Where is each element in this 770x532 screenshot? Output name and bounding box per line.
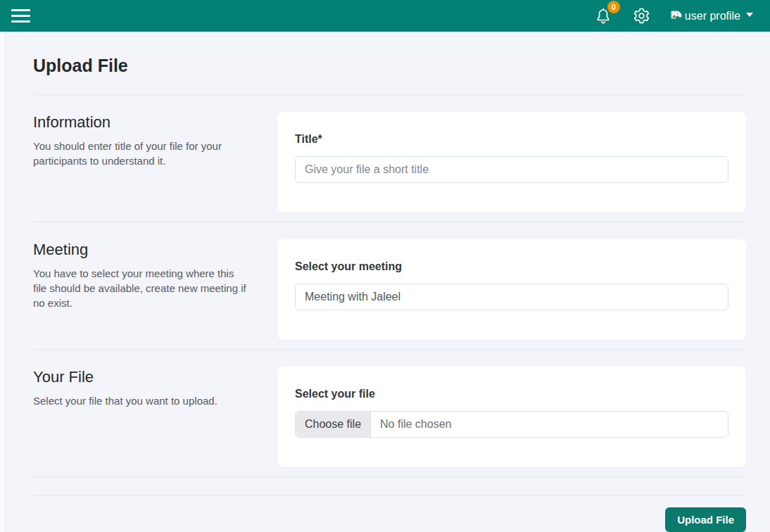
page-title: Upload File bbox=[33, 56, 746, 76]
section-description-meeting: You have to select your meeting where th… bbox=[33, 266, 249, 310]
top-navbar: 0 user profile bbox=[0, 0, 770, 32]
meeting-select-value: Meeting with Jaleel bbox=[305, 291, 400, 303]
meeting-section: Meeting You have to select your meeting … bbox=[33, 222, 746, 349]
menu-toggle-button[interactable] bbox=[10, 6, 32, 25]
settings-button[interactable] bbox=[631, 6, 652, 26]
section-heading-information: Information bbox=[33, 113, 249, 132]
notification-badge: 0 bbox=[607, 1, 620, 13]
app-root: 0 user profile Upload Fi bbox=[0, 0, 770, 532]
upload-file-page: Upload File Information You should enter… bbox=[6, 32, 770, 532]
broken-image-icon bbox=[670, 10, 683, 23]
form-footer: Upload File bbox=[33, 495, 746, 532]
user-profile-label: user profile bbox=[685, 10, 740, 23]
file-field-label: Select your file bbox=[295, 388, 728, 400]
your-file-section: Your File Select your file that you want… bbox=[33, 350, 746, 476]
navbar-right-group: 0 user profile bbox=[593, 6, 753, 27]
choose-file-button[interactable]: Choose file bbox=[296, 412, 371, 437]
section-heading-meeting: Meeting bbox=[33, 241, 249, 259]
section-description-information: You should enter title of your file for … bbox=[33, 139, 249, 168]
file-input[interactable]: Choose file No file chosen bbox=[295, 411, 728, 438]
section-description-your-file: Select your file that you want to upload… bbox=[33, 393, 249, 408]
hamburger-icon bbox=[11, 9, 30, 23]
title-input[interactable] bbox=[295, 156, 728, 183]
your-file-section-intro: Your File Select your file that you want… bbox=[33, 367, 277, 467]
section-heading-your-file: Your File bbox=[33, 368, 249, 386]
title-field-label: Title* bbox=[295, 133, 728, 146]
footer-spacer bbox=[33, 477, 746, 495]
title-card: Title* bbox=[277, 112, 746, 213]
meeting-field-label: Select your meeting bbox=[295, 260, 728, 273]
upload-file-submit-button[interactable]: Upload File bbox=[665, 507, 746, 532]
file-status-text: No file chosen bbox=[371, 412, 460, 437]
meeting-section-intro: Meeting You have to select your meeting … bbox=[33, 239, 277, 340]
notifications-button[interactable]: 0 bbox=[593, 6, 613, 27]
chevron-down-icon bbox=[746, 13, 753, 17]
information-section: Information You should enter title of yo… bbox=[33, 95, 746, 222]
information-section-intro: Information You should enter title of yo… bbox=[33, 112, 277, 213]
meeting-select[interactable]: Meeting with Jaleel bbox=[295, 284, 728, 310]
collapsed-sidebar bbox=[0, 32, 6, 532]
user-profile-menu[interactable]: user profile bbox=[670, 10, 753, 23]
gear-icon bbox=[633, 7, 650, 25]
file-card: Select your file Choose file No file cho… bbox=[277, 367, 746, 467]
meeting-card: Select your meeting Meeting with Jaleel bbox=[277, 239, 746, 340]
